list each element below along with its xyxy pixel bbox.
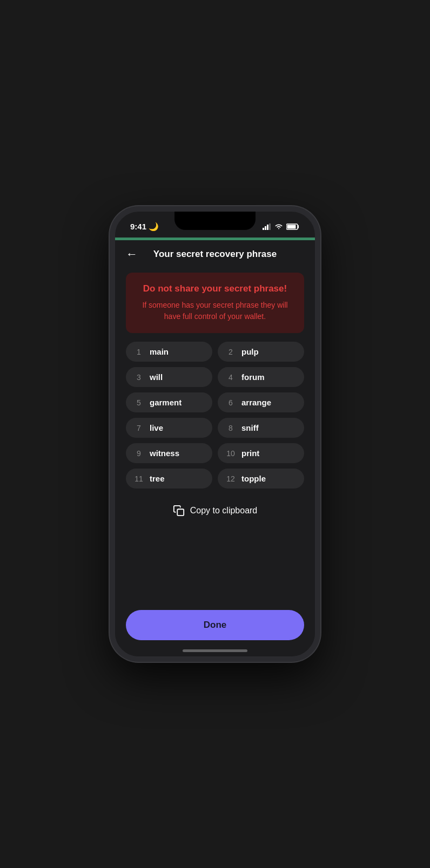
back-button[interactable]: ← xyxy=(126,247,138,261)
svg-rect-6 xyxy=(177,509,184,516)
done-button[interactable]: Done xyxy=(126,610,304,640)
word-text: live xyxy=(150,423,163,432)
wifi-icon xyxy=(274,223,283,230)
warning-box: Do not share your secret phrase! If some… xyxy=(126,273,304,333)
word-text: witness xyxy=(150,449,179,458)
signal-icon xyxy=(263,223,271,230)
home-indicator xyxy=(183,649,247,652)
svg-rect-3 xyxy=(269,223,271,230)
status-time: 9:41 🌙 xyxy=(130,218,159,232)
word-text: forum xyxy=(241,372,265,382)
word-item: 9 witness xyxy=(126,443,212,463)
word-item: 11 tree xyxy=(126,469,212,489)
word-number: 7 xyxy=(133,424,144,432)
word-number: 3 xyxy=(133,373,144,382)
word-text: tree xyxy=(150,474,165,483)
word-number: 10 xyxy=(225,449,236,458)
word-text: arrange xyxy=(241,398,271,407)
header: ← Your secret recovery phrase xyxy=(115,240,315,268)
word-item: 5 garment xyxy=(126,392,212,412)
word-text: garment xyxy=(150,398,182,407)
word-text: pulp xyxy=(241,347,259,356)
page-title: Your secret recovery phrase xyxy=(153,249,277,260)
copy-icon xyxy=(173,505,185,517)
word-number: 4 xyxy=(225,373,236,382)
word-number: 8 xyxy=(225,424,236,432)
word-text: topple xyxy=(241,474,266,483)
word-number: 6 xyxy=(225,398,236,407)
word-text: will xyxy=(150,372,163,382)
word-number: 1 xyxy=(133,348,144,356)
warning-body: If someone has your secret phrase they w… xyxy=(137,300,293,322)
word-number: 11 xyxy=(133,474,144,483)
battery-icon xyxy=(286,223,300,230)
done-button-container: Done xyxy=(126,610,304,640)
word-item: 12 topple xyxy=(218,469,304,489)
word-item: 6 arrange xyxy=(218,392,304,412)
word-item: 7 live xyxy=(126,418,212,438)
word-number: 12 xyxy=(225,474,236,483)
svg-rect-5 xyxy=(287,225,296,229)
word-item: 10 print xyxy=(218,443,304,463)
status-icons xyxy=(263,219,300,230)
svg-rect-0 xyxy=(263,228,264,230)
word-text: main xyxy=(150,347,169,356)
copy-label: Copy to clipboard xyxy=(190,506,258,516)
word-item: 8 sniff xyxy=(218,418,304,438)
moon-icon: 🌙 xyxy=(149,222,159,231)
word-number: 5 xyxy=(133,398,144,407)
phone-frame: 9:41 🌙 xyxy=(110,206,320,662)
word-item: 2 pulp xyxy=(218,342,304,362)
words-grid: 1 main 2 pulp 3 will 4 forum 5 garment 6… xyxy=(115,342,315,489)
svg-rect-2 xyxy=(267,225,268,230)
word-text: sniff xyxy=(241,423,259,432)
content: ← Your secret recovery phrase Do not sha… xyxy=(115,240,315,656)
word-item: 1 main xyxy=(126,342,212,362)
svg-rect-1 xyxy=(265,226,266,230)
word-item: 3 will xyxy=(126,367,212,387)
word-number: 2 xyxy=(225,348,236,356)
warning-title: Do not share your secret phrase! xyxy=(137,283,293,294)
word-text: print xyxy=(241,449,259,458)
copy-to-clipboard-button[interactable]: Copy to clipboard xyxy=(115,497,315,524)
word-item: 4 forum xyxy=(218,367,304,387)
notch xyxy=(174,212,256,230)
word-number: 9 xyxy=(133,449,144,458)
